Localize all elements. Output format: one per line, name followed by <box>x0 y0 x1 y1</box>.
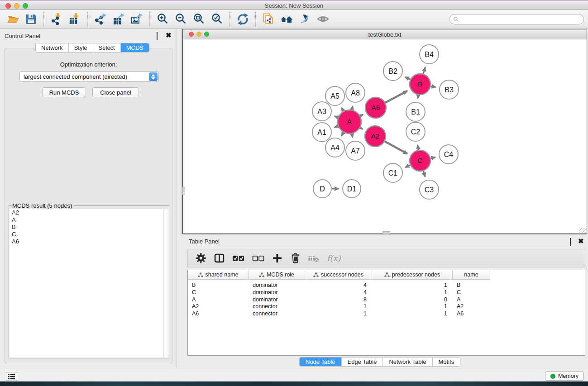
cell-mcds_role[interactable]: dominator <box>253 296 278 304</box>
clear-all-checks-icon[interactable] <box>252 252 265 264</box>
edge-A-A3[interactable] <box>335 116 338 118</box>
close-table-panel-icon[interactable]: ✖ <box>578 238 583 244</box>
cell-mcds_role[interactable]: dominator <box>253 289 278 296</box>
node-C4[interactable]: C4 <box>439 145 458 164</box>
export-network-icon[interactable] <box>94 13 107 26</box>
zoom-selected-icon[interactable] <box>210 13 224 26</box>
cell-successor_nodes[interactable]: 1 <box>305 303 367 310</box>
tab-mcds[interactable]: MCDS <box>121 43 149 52</box>
memory-button[interactable]: Memory <box>545 372 584 381</box>
task-list-button[interactable] <box>6 372 17 381</box>
node-A8[interactable]: A8 <box>346 83 365 102</box>
export-table-icon[interactable] <box>112 13 125 26</box>
node-C3[interactable]: C3 <box>420 180 439 199</box>
edge-C-C1[interactable] <box>405 165 410 167</box>
select-all-checks-icon[interactable] <box>232 252 245 264</box>
open-session-icon[interactable] <box>6 13 19 26</box>
node-A[interactable]: A <box>338 110 361 133</box>
edge-B-B1[interactable] <box>418 95 418 99</box>
tab-select[interactable]: Select <box>93 43 121 52</box>
home-icon[interactable] <box>280 13 293 26</box>
edge-B-B2[interactable] <box>405 77 410 80</box>
cell-mcds_role[interactable]: connector <box>253 310 277 318</box>
node-A5[interactable]: A5 <box>325 86 344 105</box>
edge-A-A6[interactable] <box>360 114 363 116</box>
node-table[interactable]: shared nameMCDS rolesuccessor nodesprede… <box>187 270 585 356</box>
cell-predecessor_nodes[interactable]: 0 <box>372 296 447 304</box>
tab-network[interactable]: Network <box>36 43 69 52</box>
cell-name[interactable]: B <box>457 282 460 289</box>
close-panel-icon[interactable]: ✖ <box>166 33 171 38</box>
node-C[interactable]: C <box>410 150 430 171</box>
cell-shared_name[interactable]: A <box>192 296 196 304</box>
cell-successor_nodes[interactable]: 4 <box>305 289 367 296</box>
node-A3[interactable]: A3 <box>312 102 331 121</box>
cell-name[interactable]: A2 <box>457 303 464 310</box>
cell-predecessor_nodes[interactable]: 1 <box>372 303 447 310</box>
tab-style[interactable]: Style <box>69 43 93 52</box>
node-B[interactable]: B <box>410 74 430 95</box>
node-C2[interactable]: C2 <box>406 122 425 141</box>
edge-A-A4[interactable] <box>342 133 344 136</box>
cell-successor_nodes[interactable]: 4 <box>305 282 367 289</box>
column-header-successor-nodes[interactable]: successor nodes <box>305 270 372 280</box>
node-A2[interactable]: A2 <box>365 126 386 147</box>
node-B1[interactable]: B1 <box>406 102 425 121</box>
edge-C-C2[interactable] <box>418 145 419 150</box>
result-scrollbar[interactable] <box>163 209 168 357</box>
edge-A-A7[interactable] <box>352 134 353 138</box>
edge-B-B4[interactable] <box>423 67 425 74</box>
column-header-predecessor-nodes[interactable]: predecessor nodes <box>372 270 453 280</box>
node-C1[interactable]: C1 <box>383 163 402 182</box>
zoom-in-icon[interactable] <box>156 13 169 26</box>
tab-edge-table[interactable]: Edge Table <box>342 357 383 366</box>
float-table-panel-icon[interactable] <box>570 238 575 244</box>
edge-A-A1[interactable] <box>335 126 338 128</box>
tab-node-table[interactable]: Node Table <box>300 357 342 366</box>
edge-A6-B[interactable] <box>385 91 407 103</box>
column-header-name[interactable]: name <box>453 270 490 280</box>
cell-name[interactable]: A <box>457 296 460 304</box>
apply-layout-icon[interactable] <box>236 13 249 26</box>
cell-successor_nodes[interactable]: 1 <box>305 310 367 318</box>
import-network-icon[interactable] <box>50 13 63 26</box>
edge-C-C3[interactable] <box>423 171 425 177</box>
criterion-select[interactable]: largest connected component (directed) <box>19 71 159 82</box>
edge-A-A5[interactable] <box>342 108 344 111</box>
cell-name[interactable]: A6 <box>457 310 464 318</box>
table-settings-icon[interactable] <box>195 252 207 264</box>
node-B3[interactable]: B3 <box>440 80 459 99</box>
result-item[interactable]: B <box>10 224 168 231</box>
delete-rows-icon[interactable] <box>290 252 301 264</box>
node-A1[interactable]: A1 <box>312 123 331 142</box>
zoom-out-icon[interactable] <box>174 13 187 26</box>
zoom-fit-icon[interactable] <box>192 13 206 26</box>
cell-shared_name[interactable]: A2 <box>192 303 199 310</box>
cell-successor_nodes[interactable]: 8 <box>305 296 367 304</box>
node-A6[interactable]: A6 <box>365 97 386 118</box>
edge-B-B3[interactable] <box>431 86 436 87</box>
mcds-result-list[interactable]: A2ABCA6 <box>10 209 168 357</box>
cell-shared_name[interactable]: C <box>192 289 196 296</box>
node-A7[interactable]: A7 <box>346 141 365 160</box>
close-panel-button[interactable]: Close panel <box>92 87 139 97</box>
node-B4[interactable]: B4 <box>420 45 439 64</box>
cell-name[interactable]: C <box>457 289 461 296</box>
show-columns-icon[interactable] <box>214 252 225 264</box>
cell-mcds_role[interactable]: connector <box>253 303 277 310</box>
result-item[interactable]: C <box>10 231 168 238</box>
node-A4[interactable]: A4 <box>325 138 344 157</box>
edge-A2-C[interactable] <box>385 142 407 154</box>
show-hide-details-icon[interactable] <box>298 13 311 26</box>
result-item[interactable]: A6 <box>10 238 168 245</box>
float-panel-icon[interactable] <box>157 33 162 38</box>
add-row-icon[interactable] <box>272 252 283 264</box>
cell-predecessor_nodes[interactable]: 1 <box>372 310 447 318</box>
cell-shared_name[interactable]: A6 <box>192 310 199 318</box>
node-D1[interactable]: D1 <box>343 180 361 198</box>
eye-icon[interactable] <box>316 13 330 26</box>
search-input[interactable] <box>459 15 583 24</box>
result-item[interactable]: A2 <box>10 209 168 216</box>
column-header-MCDS-role[interactable]: MCDS role <box>249 270 305 280</box>
import-table-icon[interactable] <box>68 13 81 26</box>
